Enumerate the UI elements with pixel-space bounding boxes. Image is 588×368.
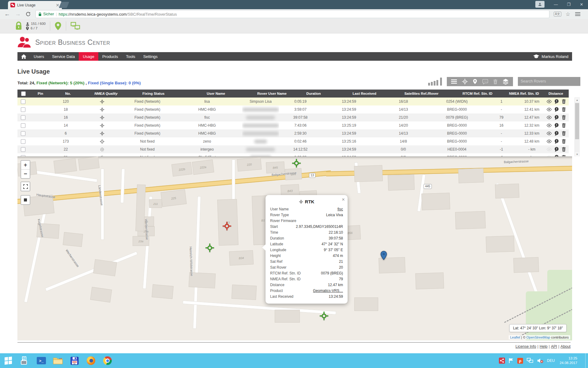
translate-icon[interactable]: A文 [554, 12, 561, 17]
nav-item-usage[interactable]: Usage [79, 52, 98, 61]
disk-editor-icon[interactable]: -64- [67, 355, 81, 367]
pin-icon[interactable] [473, 79, 477, 84]
scroll-up-icon[interactable]: ▲ [575, 98, 579, 102]
network-indicator[interactable] [70, 22, 81, 30]
minimize-button[interactable]: — [549, 0, 562, 9]
row-checkbox[interactable] [21, 123, 25, 128]
message-icon[interactable] [554, 107, 559, 112]
footer-link-about[interactable]: About [560, 344, 571, 349]
delete-icon[interactable] [562, 147, 566, 152]
osm-link[interactable]: OpenStreetMap [526, 335, 550, 339]
secure-indicator[interactable]: Sicher [38, 12, 54, 16]
table-row[interactable]: 173Not fixedzeno0:02:4613:25:1614/8BREG-… [17, 137, 569, 146]
table-scrollbar[interactable]: ▲ ▼ [575, 98, 580, 156]
table-row[interactable]: 16Fixed (Network)fisc39:07:5813:24:5921/… [17, 113, 569, 122]
url-field[interactable]: Sicher | https://nrsdemo.leica-geosystem… [36, 10, 549, 18]
message-icon[interactable] [554, 139, 559, 144]
delete-icon[interactable] [562, 115, 566, 120]
view-on-map-icon[interactable] [547, 140, 552, 143]
flag-icon[interactable] [509, 358, 514, 363]
row-checkbox[interactable] [21, 115, 25, 120]
share-app-icon[interactable] [499, 358, 505, 364]
table-row[interactable]: 22Not fixedintergeo14:12:5213:24:590/0HE… [17, 145, 569, 154]
nav-item-users[interactable]: Users [30, 52, 48, 61]
nav-item-settings[interactable]: Settings [139, 52, 162, 61]
table-row[interactable]: 21Not fixedObs54Test2:00:2313:24:590/0BR… [17, 153, 569, 156]
view-on-map-icon[interactable] [547, 132, 552, 135]
stop-icon[interactable] [21, 196, 30, 204]
view-on-map-icon[interactable] [547, 100, 552, 103]
delete-icon[interactable] [562, 107, 566, 112]
reference-station-pin[interactable] [380, 251, 387, 261]
rover-crosshair-marker[interactable] [205, 243, 214, 253]
scrollbar-thumb[interactable] [575, 103, 579, 139]
view-on-map-icon[interactable] [547, 108, 552, 111]
target-icon[interactable] [462, 79, 468, 85]
view-on-map-icon[interactable] [547, 124, 552, 127]
row-checkbox[interactable] [21, 147, 25, 152]
popup-close-icon[interactable]: × [342, 197, 345, 203]
chrome-icon[interactable] [100, 355, 115, 367]
message-icon[interactable] [554, 123, 559, 128]
nav-item-products[interactable]: Products [98, 52, 122, 61]
rover-crosshair-marker[interactable] [222, 221, 232, 232]
keyboard-language[interactable]: DEU [547, 358, 555, 363]
forward-icon[interactable]: → [15, 11, 21, 17]
chat-icon[interactable] [482, 79, 488, 84]
rover-crosshair-marker[interactable] [319, 311, 329, 321]
reload-icon[interactable] [26, 12, 31, 17]
row-checkbox[interactable] [21, 99, 25, 104]
message-icon[interactable] [554, 115, 559, 120]
nav-item-service-data[interactable]: Service Data [48, 52, 79, 61]
layers-icon[interactable] [503, 79, 509, 85]
delete-icon[interactable] [562, 131, 566, 136]
row-checkbox[interactable] [21, 107, 25, 112]
firefox-icon[interactable] [84, 355, 98, 367]
volume-muted-icon[interactable] [537, 358, 543, 363]
maximize-button[interactable]: ❐ [562, 0, 575, 9]
zoom-out-button[interactable]: − [21, 169, 30, 178]
positioning-indicator[interactable] [55, 21, 62, 31]
browser-menu-icon[interactable] [575, 12, 580, 16]
footer-link-help[interactable]: Help [540, 344, 548, 349]
header-checkbox[interactable] [21, 91, 26, 96]
p-app-icon[interactable]: ρ [517, 358, 523, 364]
server-manager-icon[interactable] [18, 355, 32, 367]
footer-link-api[interactable]: API [551, 344, 557, 349]
view-on-map-icon[interactable] [547, 116, 552, 119]
popup-link[interactable]: Geomatics-VRS… [313, 288, 343, 294]
leaflet-link[interactable]: Leaflet [510, 335, 520, 339]
show-desktop-button[interactable] [585, 353, 588, 368]
back-icon[interactable]: ← [4, 11, 10, 17]
start-button[interactable] [1, 355, 15, 367]
network-tray-icon[interactable] [527, 358, 533, 363]
search-rovers-input[interactable] [518, 77, 580, 86]
map[interactable]: 222b222a220225B3B1B45B44B43B48B52B40B56B… [17, 156, 572, 340]
message-icon[interactable] [554, 147, 559, 152]
list-icon[interactable] [451, 79, 457, 84]
view-on-map-icon[interactable] [547, 148, 552, 151]
file-explorer-icon[interactable] [51, 355, 65, 367]
scroll-down-icon[interactable]: ▼ [575, 152, 579, 156]
row-checkbox[interactable] [21, 139, 25, 144]
rover-crosshair-marker[interactable] [292, 159, 301, 169]
nav-item-tools[interactable]: Tools [122, 52, 139, 61]
profile-button[interactable] [535, 1, 545, 8]
taskbar-clock[interactable]: 13:2524.08.2017 [560, 356, 577, 365]
table-row[interactable]: 14Fixed (Network)HMC-HBG7:43:0613:25:191… [17, 121, 569, 130]
footer-link-license-info[interactable]: License Info [515, 344, 536, 349]
fullscreen-icon[interactable] [21, 182, 30, 191]
trash-icon[interactable] [493, 79, 498, 84]
table-row[interactable]: 18Fixed (Network)HMC-HBG3:59:0713:24:591… [17, 105, 569, 114]
powershell-icon[interactable]: >_ [34, 355, 48, 367]
delete-icon[interactable] [562, 99, 566, 104]
table-row[interactable]: 120Fixed (Network)lisaSimpson Lisa0:05:1… [17, 98, 569, 106]
tab-close-icon[interactable]: ✕ [56, 3, 59, 7]
signal-bars-icon[interactable] [428, 78, 442, 86]
zoom-in-button[interactable]: + [21, 161, 30, 169]
bookmark-star-icon[interactable]: ☆ [566, 11, 570, 17]
delete-icon[interactable] [562, 123, 566, 128]
message-icon[interactable] [554, 99, 559, 104]
nav-user[interactable]: Markus Roland [533, 54, 572, 59]
popup-link[interactable]: fisc [337, 206, 343, 212]
